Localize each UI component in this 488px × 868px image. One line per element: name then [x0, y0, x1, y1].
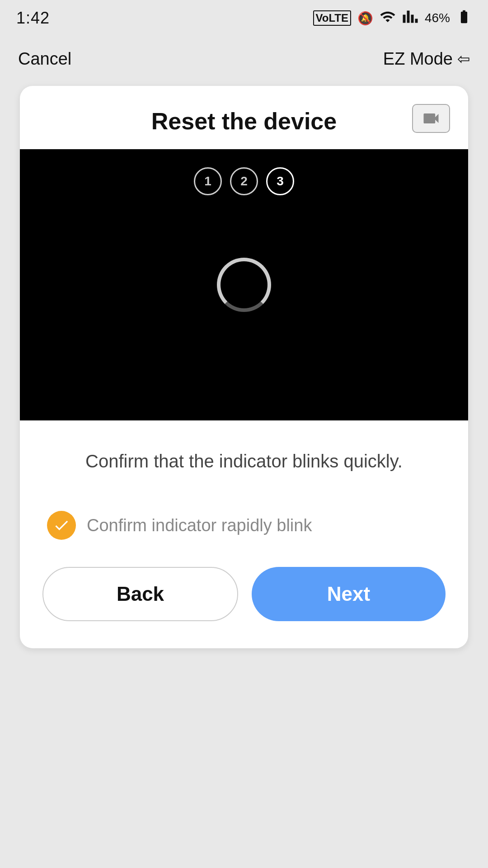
cancel-button[interactable]: Cancel	[18, 49, 71, 69]
description-text: Confirm that the indicator blinks quickl…	[20, 420, 468, 484]
checkmark-icon	[53, 517, 70, 534]
confirm-check-icon	[47, 511, 76, 540]
confirm-row[interactable]: Confirm indicator rapidly blink	[20, 484, 468, 558]
volte-icon: VoLTE	[313, 10, 351, 26]
ez-mode-button[interactable]: EZ Mode ⇦	[383, 49, 470, 69]
video-icon-button[interactable]	[412, 104, 450, 133]
step-indicators: 1 2 3	[194, 167, 294, 195]
card-title: Reset the device	[151, 108, 337, 135]
wifi-icon	[380, 9, 396, 28]
status-bar: 1:42 VoLTE 🔕 46%	[0, 0, 488, 36]
card-header: Reset the device	[20, 86, 468, 149]
battery-icon	[456, 9, 472, 28]
back-button[interactable]: Back	[42, 567, 238, 621]
video-camera-icon	[421, 108, 441, 128]
main-card: Reset the device 1 2 3 Confirm that the …	[20, 86, 468, 648]
notification-muted-icon: 🔕	[357, 11, 373, 26]
step-3: 3	[266, 167, 294, 195]
ez-mode-icon: ⇦	[457, 50, 470, 68]
ez-mode-label: EZ Mode	[383, 49, 453, 69]
video-area: 1 2 3	[20, 149, 468, 420]
confirm-label: Confirm indicator rapidly blink	[87, 516, 312, 535]
signal-icon	[402, 9, 418, 28]
status-icons: VoLTE 🔕 46%	[313, 9, 472, 28]
next-button[interactable]: Next	[252, 567, 446, 621]
loading-spinner	[217, 258, 271, 312]
status-time: 1:42	[16, 9, 50, 28]
step-1: 1	[194, 167, 222, 195]
battery-text: 46%	[425, 11, 450, 25]
step-2: 2	[230, 167, 258, 195]
top-nav: Cancel EZ Mode ⇦	[0, 36, 488, 81]
buttons-row: Back Next	[20, 558, 468, 648]
